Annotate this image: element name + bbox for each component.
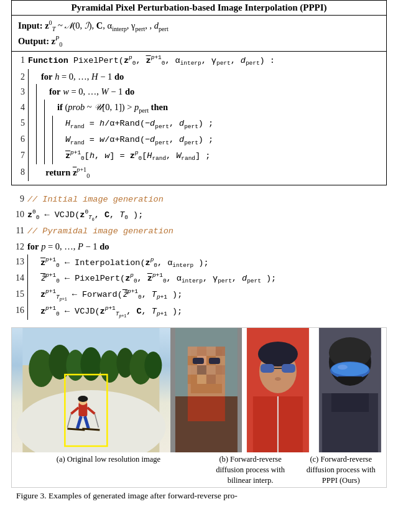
line-content-13: zp+10 ← Interpolation(zp0, αinterp ); [30,255,384,271]
line-content-16: zp+10 ← VCJD(zp+1Tp+1, C, Tp+1 ); [30,304,384,320]
svg-rect-36 [206,365,216,375]
algo-line-6: 6 Wrand = w/α+Rand(−dpert, dpert) ; [12,132,386,148]
line-content-10: z00 ← VCJD(z0T0, C, T0 ); [27,207,384,223]
indent-sep-7b [36,148,37,164]
indent-sep-6c [44,132,45,148]
line-content-7: zp+10[h, w] = zp0[Hrand, Wrand] ; [55,148,384,164]
svg-rect-40 [206,375,216,384]
algo-line-9: 9 // Initial image generation [11,192,387,207]
svg-rect-37 [216,365,225,375]
svg-point-52 [275,377,281,381]
svg-rect-41 [216,375,225,384]
line-content-6: Wrand = w/α+Rand(−dpert, dpert) ; [55,133,384,148]
output-math: zP0 [52,36,63,46]
svg-rect-34 [188,365,197,375]
svg-rect-26 [188,347,197,356]
line-content-3: for w = 0, …, W − 1 do [39,84,384,100]
image-sharp2 [314,328,386,452]
line-number-16: 16 [14,303,27,318]
svg-rect-38 [188,375,197,384]
indent-sep-6b [36,132,37,148]
indent-sep-15 [27,287,28,304]
algo-body: 1 Function PixelPert(zp0, zp+10, αinterp… [12,52,386,185]
image-skier [12,328,170,452]
line-number-12: 12 [14,240,27,254]
sharp2-svg [314,328,386,452]
algo-line-13: 13 zp+10 ← Interpolation(zp0, αinterp ); [11,254,387,271]
indent-sep-6d [52,132,53,148]
algo-line-1: 1 Function PixelPert(zp0, zp+10, αinterp… [12,53,386,69]
caption-b: (b) Forward-reverse diffusion process wi… [205,454,296,486]
algorithm-box: Pyramidal Pixel Perturbation-based Image… [11,0,387,185]
caption-row: (a) Original low resolution image (b) Fo… [12,452,386,487]
line-content-12: for p = 0, …, P − 1 do [27,239,384,254]
svg-rect-44 [193,358,204,364]
images-row [12,328,386,452]
algo-line-14: 14 z̃p+10 ← PixelPert(zp0, zp+10, αinter… [11,271,387,287]
line-content-1: Function PixelPert(zp0, zp+10, αinterp, … [28,53,384,68]
skier-svg [12,328,170,452]
algo-line-10: 10 z00 ← VCJD(z0T0, C, T0 ); [11,207,387,224]
line-content-9: // Initial image generation [27,193,384,207]
indent-sep-5c [44,116,45,132]
indent-sep-13 [27,254,28,271]
input-line: Input: z0T ~ 𝒩(0, ℐ), C, αinterp, γpert,… [18,18,380,34]
svg-rect-62 [331,393,369,412]
algo-line-2: 2 for h = 0, …, H − 1 do [12,69,386,85]
line-number-1: 1 [14,53,28,68]
output-line: Output: zP0 [18,34,380,49]
svg-line-20 [67,429,85,430]
line-number-6: 6 [14,132,28,147]
indent-sep-5a [28,116,29,132]
images-section: (a) Original low resolution image (b) Fo… [11,327,387,488]
figure-caption: Figure 3. Examples of generated image af… [11,488,387,503]
indent-sep-7c [44,148,45,164]
indent-sep-7a [28,148,29,164]
svg-rect-29 [216,347,225,356]
indent-sep-4c [44,100,45,116]
line-number-3: 3 [14,85,28,100]
algo-line-7: 7 zp+10[h, w] = zp0[Hrand, Wrand] ; [12,148,386,164]
algo-io: Input: z0T ~ 𝒩(0, ℐ), C, αinterp, γpert,… [12,16,386,51]
sharp1-svg [242,328,314,452]
blur-svg [170,328,243,452]
line-content-14: z̃p+10 ← PixelPert(zp0, zp+10, αinterp, … [30,271,384,286]
line-number-14: 14 [14,271,27,286]
input-math: z0T ~ 𝒩(0, ℐ), C, αinterp, γpert, , dper… [45,21,169,30]
algo-line-8: 8 return zp+10 [12,164,386,181]
algo-line-3: 3 for w = 0, …, W − 1 do [12,84,386,100]
svg-rect-39 [197,375,206,384]
line-number-2: 2 [14,70,28,85]
indent-sep-4a [28,100,29,116]
indent-sep-2 [28,69,29,85]
line-number-7: 7 [14,148,28,163]
svg-rect-50 [282,364,295,373]
image-sharp1 [242,328,314,452]
indent-sep-3a [28,84,29,100]
line-content-4: if (prob ~ 𝒰[0, 1]) > ppert then [47,100,384,116]
line-number-15: 15 [14,287,27,302]
svg-rect-27 [197,347,206,356]
indent-sep-5d [52,116,53,132]
svg-point-59 [331,362,369,376]
line-content-8: return zp+10 [31,164,384,181]
svg-rect-45 [209,358,220,364]
algo-line-4: 4 if (prob ~ 𝒰[0, 1]) > ppert then [12,100,386,116]
svg-point-60 [338,365,348,370]
line-content-2: for h = 0, …, H − 1 do [31,69,384,85]
line-number-4: 4 [14,100,28,115]
svg-rect-28 [206,347,216,356]
line-number-10: 10 [14,207,27,222]
svg-point-9 [144,352,162,379]
algo-line-15: 15 zp+1Tp+1 ← Forward(z̃p+10, Tp+1 ); [11,287,387,304]
indent-sep-4b [36,100,37,116]
line-number-11: 11 [14,223,27,238]
line-number-5: 5 [14,116,28,131]
indent-sep-14 [27,271,28,287]
svg-point-48 [258,342,298,366]
line-number-8: 8 [14,165,28,180]
svg-point-13 [78,396,88,402]
svg-rect-49 [261,364,274,373]
input-label: Input: [18,21,45,30]
line-number-13: 13 [14,254,27,269]
